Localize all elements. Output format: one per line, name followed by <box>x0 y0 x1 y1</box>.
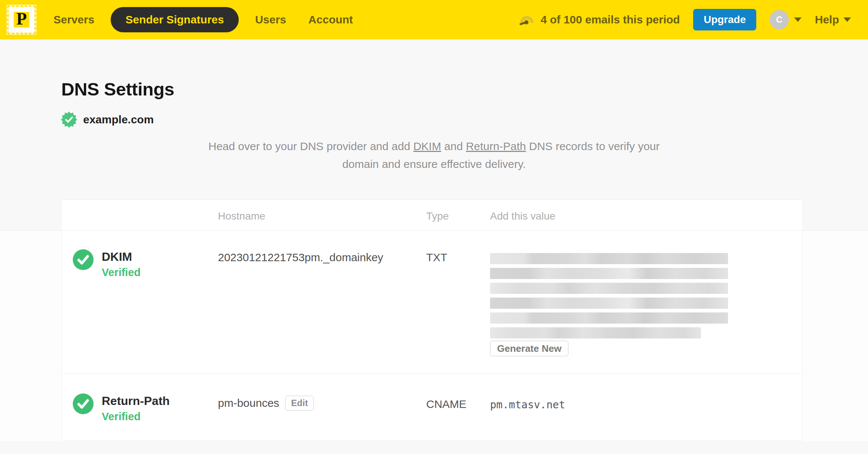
description-text: and <box>441 140 466 152</box>
nav-item-users[interactable]: Users <box>244 13 297 26</box>
avatar: C <box>770 10 789 29</box>
account-menu[interactable]: C <box>770 10 802 29</box>
redacted-value-bar <box>490 283 728 294</box>
redacted-value-bar <box>490 312 728 324</box>
gauge-icon <box>518 13 535 26</box>
nav-item-sender-signatures[interactable]: Sender Signatures <box>111 7 239 32</box>
record-name: Return-Path <box>102 394 170 408</box>
postmark-stamp-face: P <box>9 7 35 33</box>
status-badge: Verified <box>102 411 141 423</box>
chevron-down-icon <box>843 17 851 22</box>
dkim-value-redacted <box>490 253 728 342</box>
record-hostname-group: pm-bounces Edit <box>218 396 314 411</box>
usage-text: 4 of 100 emails this period <box>541 13 680 26</box>
top-navbar: P Servers Sender Signatures Users Accoun… <box>0 0 868 39</box>
record-type: CNAME <box>426 398 466 411</box>
redacted-value-bar <box>490 268 728 279</box>
postmark-logo-letter: P <box>16 10 27 29</box>
page-title: DNS Settings <box>61 79 174 100</box>
page-description: Head over to your DNS provider and add D… <box>0 137 868 173</box>
usage-meter: 4 of 100 emails this period <box>518 13 680 26</box>
table-row-dkim: DKIM Verified 20230121221753pm._domainke… <box>62 231 802 373</box>
nav-item-servers[interactable]: Servers <box>53 13 105 26</box>
column-header-type: Type <box>426 210 449 222</box>
verified-seal-icon <box>61 111 77 128</box>
redacted-value-bar <box>490 298 728 309</box>
navbar-right-cluster: 4 of 100 emails this period Upgrade C He… <box>518 9 851 30</box>
nav-item-account[interactable]: Account <box>297 13 364 26</box>
description-text: Head over to your DNS provider and add <box>208 140 413 152</box>
table-header-row: Hostname Type Add this value <box>62 200 802 231</box>
domain-row: example.com <box>61 111 154 128</box>
dns-records-table: Hostname Type Add this value DKIM Verifi… <box>61 200 803 441</box>
postmark-logo[interactable]: P <box>7 5 36 35</box>
redacted-value-bar <box>490 327 701 338</box>
status-badge: Verified <box>102 266 141 279</box>
return-path-link[interactable]: Return-Path <box>466 140 526 152</box>
record-type: TXT <box>426 251 447 264</box>
column-header-value: Add this value <box>490 210 555 222</box>
record-value: pm.mtasv.net <box>490 399 565 411</box>
record-hostname: 20230121221753pm._domainkey <box>218 251 383 264</box>
table-row-return-path: Return-Path Verified pm-bounces Edit CNA… <box>62 373 802 441</box>
postmark-stamp-center: P <box>14 12 29 27</box>
record-name: DKIM <box>102 250 132 264</box>
upgrade-button[interactable]: Upgrade <box>693 9 756 30</box>
verified-check-icon <box>73 249 94 270</box>
column-header-hostname: Hostname <box>218 210 265 222</box>
chevron-down-icon <box>794 17 802 22</box>
help-menu[interactable]: Help <box>815 13 851 26</box>
main-nav-menu: Servers Sender Signatures Users Account <box>53 7 364 32</box>
domain-name: example.com <box>83 113 154 126</box>
generate-new-button[interactable]: Generate New <box>490 341 568 356</box>
help-label: Help <box>815 13 839 26</box>
record-hostname: pm-bounces <box>218 397 279 409</box>
dkim-link[interactable]: DKIM <box>413 140 441 152</box>
edit-button[interactable]: Edit <box>285 396 314 411</box>
dns-settings-screen: P Servers Sender Signatures Users Accoun… <box>0 0 868 454</box>
verified-check-icon <box>73 393 94 414</box>
redacted-value-bar <box>490 253 728 264</box>
